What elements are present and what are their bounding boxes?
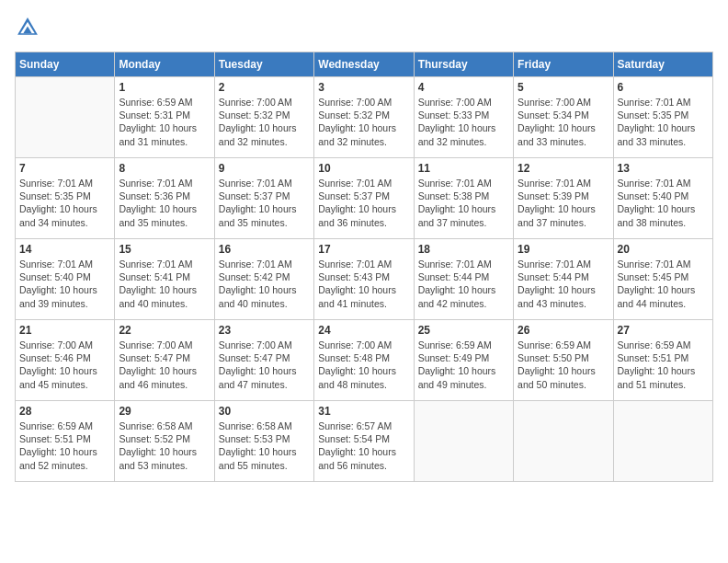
day-header-friday: Friday: [514, 52, 613, 77]
day-info: Sunrise: 7:00 AM Sunset: 5:34 PM Dayligh…: [518, 96, 609, 148]
calendar-cell: 4Sunrise: 7:00 AM Sunset: 5:33 PM Daylig…: [414, 77, 513, 158]
day-header-saturday: Saturday: [613, 52, 712, 77]
day-info: Sunrise: 6:59 AM Sunset: 5:51 PM Dayligh…: [618, 339, 709, 391]
day-number: 30: [219, 405, 310, 418]
calendar-cell: 22Sunrise: 7:00 AM Sunset: 5:47 PM Dayli…: [115, 320, 214, 401]
calendar-cell: 21Sunrise: 7:00 AM Sunset: 5:46 PM Dayli…: [16, 320, 115, 401]
calendar-cell: 23Sunrise: 7:00 AM Sunset: 5:47 PM Dayli…: [214, 320, 313, 401]
calendar-cell: 13Sunrise: 7:01 AM Sunset: 5:40 PM Dayli…: [613, 158, 712, 239]
day-number: 14: [19, 243, 110, 256]
day-number: 18: [418, 243, 509, 256]
day-header-wednesday: Wednesday: [314, 52, 414, 77]
calendar-cell: 20Sunrise: 7:01 AM Sunset: 5:45 PM Dayli…: [613, 239, 712, 320]
calendar-cell: 12Sunrise: 7:01 AM Sunset: 5:39 PM Dayli…: [514, 158, 613, 239]
day-number: 4: [418, 81, 509, 94]
day-info: Sunrise: 6:59 AM Sunset: 5:50 PM Dayligh…: [518, 339, 609, 391]
calendar-cell: 16Sunrise: 7:01 AM Sunset: 5:42 PM Dayli…: [214, 239, 313, 320]
page-header: [15, 15, 713, 40]
day-info: Sunrise: 7:01 AM Sunset: 5:35 PM Dayligh…: [618, 96, 709, 148]
day-info: Sunrise: 7:01 AM Sunset: 5:37 PM Dayligh…: [219, 177, 310, 229]
calendar-cell: 24Sunrise: 7:00 AM Sunset: 5:48 PM Dayli…: [314, 320, 414, 401]
calendar-cell: 29Sunrise: 6:58 AM Sunset: 5:52 PM Dayli…: [115, 401, 214, 482]
day-number: 8: [119, 162, 210, 175]
day-info: Sunrise: 6:59 AM Sunset: 5:51 PM Dayligh…: [19, 419, 110, 472]
day-info: Sunrise: 7:01 AM Sunset: 5:43 PM Dayligh…: [318, 258, 409, 310]
day-number: 27: [618, 324, 709, 337]
day-number: 10: [318, 162, 409, 175]
calendar-table: SundayMondayTuesdayWednesdayThursdayFrid…: [15, 52, 713, 482]
day-info: Sunrise: 7:01 AM Sunset: 5:40 PM Dayligh…: [19, 258, 110, 310]
calendar-week-row: 21Sunrise: 7:00 AM Sunset: 5:46 PM Dayli…: [16, 320, 713, 401]
day-number: 24: [318, 324, 409, 337]
calendar-cell: 1Sunrise: 6:59 AM Sunset: 5:31 PM Daylig…: [115, 77, 214, 158]
day-info: Sunrise: 7:00 AM Sunset: 5:47 PM Dayligh…: [119, 339, 210, 391]
day-info: Sunrise: 7:01 AM Sunset: 5:40 PM Dayligh…: [618, 177, 709, 229]
calendar-cell: 26Sunrise: 6:59 AM Sunset: 5:50 PM Dayli…: [514, 320, 613, 401]
day-info: Sunrise: 7:01 AM Sunset: 5:44 PM Dayligh…: [418, 258, 509, 310]
day-number: 7: [19, 162, 110, 175]
calendar-cell: [414, 401, 513, 482]
calendar-cell: 7Sunrise: 7:01 AM Sunset: 5:35 PM Daylig…: [16, 158, 115, 239]
day-header-monday: Monday: [115, 52, 214, 77]
calendar-week-row: 7Sunrise: 7:01 AM Sunset: 5:35 PM Daylig…: [16, 158, 713, 239]
day-info: Sunrise: 6:59 AM Sunset: 5:31 PM Dayligh…: [119, 96, 210, 148]
calendar-cell: [613, 401, 712, 482]
calendar-cell: 17Sunrise: 7:01 AM Sunset: 5:43 PM Dayli…: [314, 239, 414, 320]
day-number: 13: [618, 162, 709, 175]
logo-icon: [15, 15, 40, 40]
day-header-sunday: Sunday: [16, 52, 115, 77]
calendar-cell: [514, 401, 613, 482]
day-info: Sunrise: 6:57 AM Sunset: 5:54 PM Dayligh…: [318, 419, 409, 472]
day-number: 22: [119, 324, 210, 337]
day-number: 29: [119, 405, 210, 418]
day-info: Sunrise: 7:01 AM Sunset: 5:44 PM Dayligh…: [518, 258, 609, 310]
day-info: Sunrise: 6:58 AM Sunset: 5:52 PM Dayligh…: [119, 419, 210, 472]
calendar-cell: 3Sunrise: 7:00 AM Sunset: 5:32 PM Daylig…: [314, 77, 414, 158]
day-number: 11: [418, 162, 509, 175]
day-info: Sunrise: 7:00 AM Sunset: 5:33 PM Dayligh…: [418, 96, 509, 148]
calendar-cell: 6Sunrise: 7:01 AM Sunset: 5:35 PM Daylig…: [613, 77, 712, 158]
calendar-cell: 10Sunrise: 7:01 AM Sunset: 5:37 PM Dayli…: [314, 158, 414, 239]
day-info: Sunrise: 7:00 AM Sunset: 5:32 PM Dayligh…: [219, 96, 310, 148]
day-number: 21: [19, 324, 110, 337]
day-number: 5: [518, 81, 609, 94]
day-number: 16: [219, 243, 310, 256]
day-info: Sunrise: 7:01 AM Sunset: 5:45 PM Dayligh…: [618, 258, 709, 310]
calendar-cell: 30Sunrise: 6:58 AM Sunset: 5:53 PM Dayli…: [214, 401, 313, 482]
day-number: 19: [518, 243, 609, 256]
day-info: Sunrise: 7:01 AM Sunset: 5:39 PM Dayligh…: [518, 177, 609, 229]
calendar-cell: [16, 77, 115, 158]
day-number: 1: [119, 81, 210, 94]
day-info: Sunrise: 7:01 AM Sunset: 5:41 PM Dayligh…: [119, 258, 210, 310]
calendar-cell: 15Sunrise: 7:01 AM Sunset: 5:41 PM Dayli…: [115, 239, 214, 320]
day-number: 28: [19, 405, 110, 418]
calendar-header-row: SundayMondayTuesdayWednesdayThursdayFrid…: [16, 52, 713, 77]
day-info: Sunrise: 7:00 AM Sunset: 5:47 PM Dayligh…: [219, 339, 310, 391]
calendar-cell: 18Sunrise: 7:01 AM Sunset: 5:44 PM Dayli…: [414, 239, 513, 320]
day-header-tuesday: Tuesday: [214, 52, 313, 77]
day-number: 31: [318, 405, 409, 418]
day-header-thursday: Thursday: [414, 52, 513, 77]
day-number: 12: [518, 162, 609, 175]
day-info: Sunrise: 7:01 AM Sunset: 5:37 PM Dayligh…: [318, 177, 409, 229]
day-number: 2: [219, 81, 310, 94]
calendar-week-row: 28Sunrise: 6:59 AM Sunset: 5:51 PM Dayli…: [16, 401, 713, 482]
calendar-cell: 19Sunrise: 7:01 AM Sunset: 5:44 PM Dayli…: [514, 239, 613, 320]
day-info: Sunrise: 6:59 AM Sunset: 5:49 PM Dayligh…: [418, 339, 509, 391]
calendar-cell: 11Sunrise: 7:01 AM Sunset: 5:38 PM Dayli…: [414, 158, 513, 239]
logo: [15, 15, 44, 40]
calendar-cell: 14Sunrise: 7:01 AM Sunset: 5:40 PM Dayli…: [16, 239, 115, 320]
calendar-cell: 9Sunrise: 7:01 AM Sunset: 5:37 PM Daylig…: [214, 158, 313, 239]
day-number: 23: [219, 324, 310, 337]
day-info: Sunrise: 6:58 AM Sunset: 5:53 PM Dayligh…: [219, 419, 310, 472]
calendar-cell: 31Sunrise: 6:57 AM Sunset: 5:54 PM Dayli…: [314, 401, 414, 482]
day-number: 3: [318, 81, 409, 94]
calendar-week-row: 1Sunrise: 6:59 AM Sunset: 5:31 PM Daylig…: [16, 77, 713, 158]
day-info: Sunrise: 7:00 AM Sunset: 5:46 PM Dayligh…: [19, 339, 110, 391]
calendar-cell: 25Sunrise: 6:59 AM Sunset: 5:49 PM Dayli…: [414, 320, 513, 401]
day-number: 26: [518, 324, 609, 337]
day-info: Sunrise: 7:01 AM Sunset: 5:35 PM Dayligh…: [19, 177, 110, 229]
calendar-cell: 5Sunrise: 7:00 AM Sunset: 5:34 PM Daylig…: [514, 77, 613, 158]
day-number: 9: [219, 162, 310, 175]
day-number: 20: [618, 243, 709, 256]
